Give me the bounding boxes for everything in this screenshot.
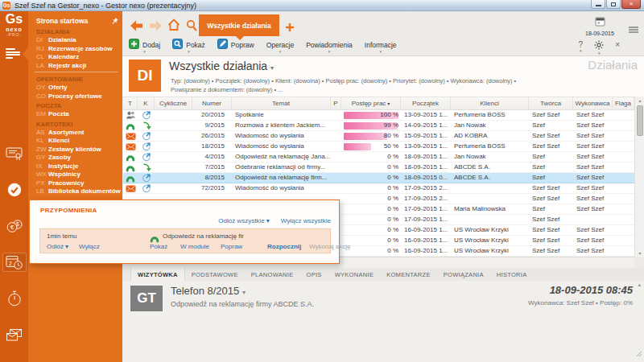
close-view-button[interactable]: × <box>615 40 620 52</box>
sidebar-item-kl[interactable]: KLKlienci <box>28 137 122 146</box>
tab-wizytówka[interactable]: WIZYTÓWKA <box>130 268 185 281</box>
title-bar[interactable]: Gs Szef Szef na Gestor_nexo - Gestor nex… <box>0 0 644 11</box>
popraw-button[interactable]: Popraw <box>217 39 254 54</box>
reminder-link-pokaż[interactable]: Pokaż <box>150 243 167 250</box>
sidebar-item-rj[interactable]: RJRezerwacje zasobów <box>28 45 122 54</box>
tab-planowanie[interactable]: PLANOWANIE <box>245 268 300 281</box>
phone-icon <box>123 152 138 162</box>
column-header-t[interactable]: T <box>123 97 138 109</box>
resize-grip[interactable] <box>636 346 642 360</box>
forward-icon[interactable] <box>149 20 163 35</box>
tab-wykonanie[interactable]: WYKONANIE <box>328 268 381 281</box>
reminder-link-wyłącz-wszystkie[interactable]: Wyłącz wszystkie <box>281 217 331 224</box>
reminder-link-odłóż[interactable]: Odłóż ▾ <box>47 243 68 250</box>
table-row[interactable]: 26/2015Wiadomość do wysłania80 %15-09-20… <box>123 131 634 142</box>
sidebar-item-oy[interactable]: OYOferty <box>28 84 122 93</box>
column-header-temat[interactable]: Temat <box>232 97 331 109</box>
column-header-poczatek[interactable]: Początek <box>401 97 451 109</box>
column-header-p[interactable]: P <box>331 97 341 109</box>
cell-tworca: Szef Szef <box>529 225 573 235</box>
column-header-cykliczne[interactable]: Cykliczne <box>155 97 192 109</box>
minimize-button[interactable] <box>591 0 605 9</box>
table-row[interactable]: 7/2015Odebranie reklamacji od firmy...0 … <box>123 162 634 173</box>
tab-powiązania[interactable]: POWIĄZANIA <box>437 268 490 281</box>
sidebar-item-gy[interactable]: GYZasoby <box>28 154 122 162</box>
powiadomienia-button[interactable]: Powiadomienia▾ <box>306 39 353 54</box>
table-row[interactable]: 20/2015Spotkanie100 %13-09-2015 1...Perf… <box>123 110 634 121</box>
tab-komentarze[interactable]: KOMENTARZE <box>380 268 437 281</box>
sidebar-item-cl[interactable]: CLKalendarz <box>28 53 122 62</box>
menu-burger-icon[interactable] <box>6 48 22 60</box>
column-header-wykonawca[interactable]: Wykonawca <box>573 97 613 109</box>
sidebar-item-px[interactable]: PXPracownicy <box>28 179 122 188</box>
mail-icon <box>123 131 138 141</box>
column-header-klienci[interactable]: Klienci <box>451 97 529 109</box>
back-icon[interactable] <box>130 20 143 35</box>
table-row[interactable]: 8/2015Odpowiedź na reklamację firm...0 %… <box>123 173 634 183</box>
sidebar-item-lb[interactable]: LBBiblioteka dokumentów <box>28 187 122 196</box>
home-icon[interactable] <box>167 19 180 35</box>
sort-desc-icon: ▾ <box>387 101 390 106</box>
collapse-panel-icon[interactable]: ▴ <box>638 282 641 288</box>
cell-cykliczne <box>155 121 192 130</box>
column-header-k[interactable]: K <box>138 97 155 109</box>
tab-wszystkie-dzialania[interactable]: Wszystkie działania <box>199 14 279 36</box>
add-tab-icon[interactable] <box>285 21 295 35</box>
column-header-flaga[interactable]: Flaga <box>613 97 634 109</box>
operacje-button[interactable]: Operacje▾ <box>266 39 295 54</box>
tab-podstawowe[interactable]: PODSTAWOWE <box>185 268 245 281</box>
sidebar-item-la[interactable]: LARejestr akcji <box>28 62 122 71</box>
table-row[interactable]: 72/2015Wiadomość do wysłania0 %17-09-201… <box>123 183 634 194</box>
planner-icon[interactable]: 2 <box>2 253 27 272</box>
finances-icon[interactable]: $€ <box>2 216 27 236</box>
sidebar-item-strona-startowa[interactable]: Strona startowa <box>28 17 122 27</box>
filter-summary-line1[interactable]: Typ: (dowolny) • Początek: (dowolny) • K… <box>171 77 516 84</box>
reminder-link-wyłącz[interactable]: Wyłącz <box>79 243 100 250</box>
column-header-numer[interactable]: Numer <box>192 97 232 109</box>
dodaj-button[interactable]: Dodaj▾ <box>129 39 160 54</box>
sidebar-item-co[interactable]: COProcesy ofertowe <box>28 93 122 101</box>
sidebar-item-zw[interactable]: ZWZestawy klientów <box>28 146 122 154</box>
link-arrow-icon <box>138 142 155 151</box>
table-row[interactable]: 4/2015Odpowiedź na reklamację Jana...0 %… <box>123 152 634 162</box>
layout-menu-icon[interactable] <box>629 27 638 34</box>
tasks-check-icon[interactable] <box>2 180 27 200</box>
vertical-scrollbar[interactable]: ▴ ▾ <box>634 97 644 257</box>
sidebar-item-wx[interactable]: WXWspólnicy <box>28 171 122 179</box>
sidebar-item-ix[interactable]: IXInstytucje <box>28 162 122 171</box>
column-header-tworca[interactable]: Twórca <box>529 97 573 109</box>
tab-historia[interactable]: HISTORIA <box>490 268 534 281</box>
scrollbar-thumb[interactable] <box>637 105 643 136</box>
mail-stack-icon[interactable] <box>2 325 27 344</box>
cell-poczatek: 16-09-2015 1... <box>401 236 451 245</box>
pin-icon[interactable] <box>111 18 118 27</box>
settings-button[interactable]: ▾ <box>594 40 604 55</box>
reminder-link-rozpocznij[interactable]: Rozpocznij <box>267 243 301 250</box>
reminder-link-popraw[interactable]: Popraw <box>221 243 242 250</box>
sidebar-item-di[interactable]: DIDziałania <box>28 36 122 45</box>
license-icon[interactable] <box>2 144 27 163</box>
scroll-down-icon[interactable]: ▾ <box>635 250 644 256</box>
timer-icon[interactable] <box>2 289 27 308</box>
table-row[interactable]: 9/2015Rozmowa z klientem Jackiem...99 %1… <box>123 121 634 131</box>
detail-title[interactable]: Telefon 8/2015 ▾ <box>171 285 246 297</box>
restore-button[interactable] <box>606 0 621 9</box>
pokaż-button[interactable]: Pokaż▾ <box>172 39 205 54</box>
cell-flaga <box>613 121 634 130</box>
progress-bar <box>344 143 371 150</box>
view-title[interactable]: Wszystkie działania ▾ <box>169 60 274 72</box>
filter-summary-line2[interactable]: Powiązanie z dokumentem: (dowolny) • ... <box>171 86 283 93</box>
informacje-button[interactable]: Informacje▾ <box>365 39 397 54</box>
table-row[interactable]: 18/2015Wiadomość do wysłania50 %13-09-20… <box>123 142 634 152</box>
reminder-link-w-module[interactable]: W module <box>180 243 209 250</box>
search-icon[interactable] <box>186 19 197 35</box>
help-button[interactable]: ?▾ <box>579 40 584 52</box>
scroll-up-icon[interactable]: ▴ <box>635 97 644 103</box>
sidebar-item-em[interactable]: EMPoczta <box>28 110 122 119</box>
column-header-postep[interactable]: Postęp prac▾ <box>341 97 401 109</box>
tab-opis[interactable]: OPIS <box>300 268 328 281</box>
detail-tab-bar: WIZYTÓWKAPODSTAWOWEPLANOWANIEOPISWYKONAN… <box>122 268 644 281</box>
reminder-link-odłóż-wszystkie[interactable]: Odłóż wszystkie ▾ <box>218 217 270 224</box>
sidebar-item-as[interactable]: ASAsortyment <box>28 129 122 138</box>
close-button[interactable]: × <box>621 0 641 9</box>
